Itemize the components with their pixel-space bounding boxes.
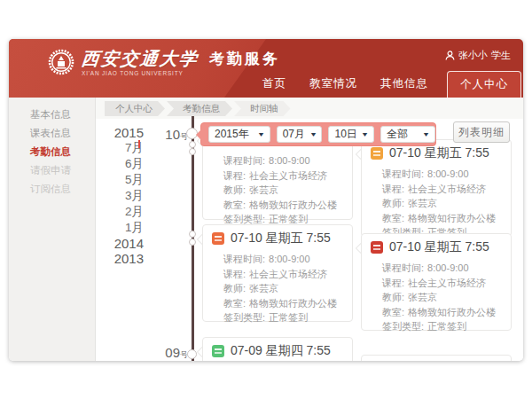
- sidebar-item-subscription-info[interactable]: 订阅信息: [9, 180, 95, 199]
- card-title: 07-10 星期五 7:55: [389, 239, 489, 255]
- rail-year-2015[interactable]: 2015: [87, 125, 144, 140]
- nav-other-info[interactable]: 其他信息: [369, 71, 440, 98]
- sidebar: 基本信息 课表信息 考勤信息 请假申请 订阅信息: [9, 98, 96, 361]
- person-icon: [445, 51, 455, 60]
- card-title: 07-09 星期四 7:55: [231, 343, 331, 359]
- current-month-tick: [138, 140, 140, 148]
- breadcrumb-timeline[interactable]: 时间轴: [234, 101, 291, 116]
- nav-personal-center-active-tab[interactable]: 个人中心: [447, 71, 521, 98]
- sidebar-item-basic-info[interactable]: 基本信息: [9, 106, 95, 124]
- attendance-card: 07-10 星期五 7:55 课程时间:8:00-9:00 课程:社会主义市场经…: [202, 224, 353, 322]
- caret-down-icon: ▼: [361, 131, 369, 137]
- year-select[interactable]: 2015年▼: [208, 126, 270, 143]
- status-icon-normal: [371, 147, 383, 160]
- nav-home[interactable]: 首页: [251, 71, 298, 98]
- caret-down-icon: ▼: [257, 131, 265, 137]
- rail-month-jul[interactable]: 7月: [87, 140, 144, 156]
- breadcrumb-personal-center[interactable]: 个人中心: [105, 101, 165, 116]
- sidebar-item-attendance-info[interactable]: 考勤信息: [9, 143, 95, 161]
- day-label-09: 09号: [156, 345, 188, 361]
- type-select[interactable]: 全部▼: [380, 126, 435, 143]
- university-logo: [48, 49, 74, 75]
- rail-month-may[interactable]: 5月: [87, 172, 144, 188]
- rail-month-jan[interactable]: 1月: [87, 220, 144, 236]
- app-window: 西安交通大学 XI'AN JIAO TONG UNIVERSITY 考勤服务 张…: [9, 39, 523, 361]
- list-detail-button[interactable]: 列表明细: [453, 121, 510, 143]
- university-name-cn: 西安交通大学: [81, 48, 200, 69]
- user-info[interactable]: 张小小 学生: [445, 49, 511, 62]
- rail-month-jun[interactable]: 6月: [87, 156, 144, 172]
- caret-down-icon: ▼: [422, 131, 430, 137]
- timeline-node: [189, 148, 196, 155]
- header: 西安交通大学 XI'AN JIAO TONG UNIVERSITY 考勤服务 张…: [9, 39, 523, 98]
- card-title: 07-10 星期五 7:55: [389, 145, 489, 161]
- status-icon-normal: [212, 232, 224, 245]
- caret-down-icon: ▼: [309, 131, 317, 137]
- rail-month-mar[interactable]: 3月: [87, 188, 144, 204]
- status-icon-ontime: [212, 345, 224, 357]
- attendance-card: 07-10 星期五 7:55 课程时间:8:00-9:00 课程:社会主义市场经…: [361, 139, 512, 237]
- rail-year-2014[interactable]: 2014: [87, 236, 144, 251]
- rail-month-feb[interactable]: 2月: [87, 204, 144, 220]
- attendance-card-partial: [361, 355, 512, 361]
- attendance-card: 07-09 星期四 7:55: [202, 337, 353, 361]
- card-title: 07-10 星期五 7:55: [231, 231, 331, 246]
- breadcrumb: 个人中心 考勤信息 时间轴: [105, 101, 293, 116]
- day-select[interactable]: 10日▼: [328, 126, 374, 143]
- breadcrumb-attendance-info[interactable]: 考勤信息: [167, 101, 232, 116]
- attendance-card: 07-10 星期五 7:55 课程时间:8:00-9:00 课程:社会主义市场经…: [361, 233, 512, 331]
- day-label-10: 10号: [156, 127, 188, 143]
- user-role: 学生: [491, 49, 511, 62]
- user-name: 张小小: [458, 49, 488, 62]
- timeline-rail: 2015 7月 6月 5月 3月 2月 1月 2014 2013: [87, 125, 144, 266]
- sidebar-item-schedule-info[interactable]: 课表信息: [9, 124, 95, 143]
- date-filter-bar: 2015年▼ 07月▼ 10日▼ 全部▼: [200, 122, 436, 146]
- university-name-en: XI'AN JIAO TONG UNIVERSITY: [82, 70, 199, 76]
- rail-year-2013[interactable]: 2013: [87, 251, 144, 266]
- nav-classrooms[interactable]: 教室情况: [298, 71, 369, 98]
- month-select[interactable]: 07月▼: [277, 126, 323, 143]
- status-icon-absent: [371, 241, 383, 254]
- sidebar-item-leave-request[interactable]: 请假申请: [9, 161, 95, 180]
- top-nav: 首页 教室情况 其他信息 个人中心: [251, 71, 521, 98]
- brand: 西安交通大学 XI'AN JIAO TONG UNIVERSITY 考勤服务: [48, 48, 280, 76]
